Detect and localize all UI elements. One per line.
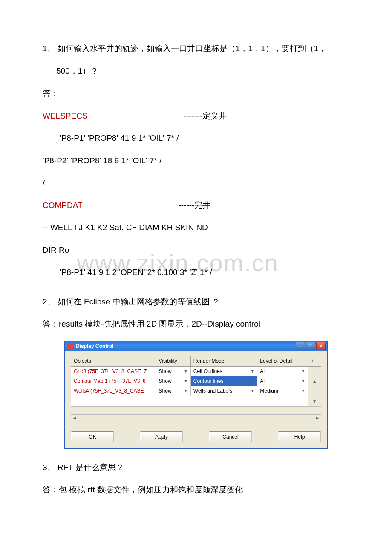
dialog-app-icon [67, 343, 73, 349]
table-row[interactable]: Contour Map 1 (75F_37L_V3_8_ Show▼ Conto… [71, 376, 321, 386]
chevron-down-icon[interactable]: ▼ [250, 387, 254, 394]
q1-answer-label: 答： [43, 87, 349, 100]
apply-button[interactable]: Apply [140, 431, 183, 442]
cell-object[interactable]: Grid3 (75F_37L_V3_8_CASE_Z [71, 366, 156, 376]
q3-question: 3、 RFT 是什么意思？ [43, 462, 349, 474]
maximize-button[interactable]: □ [306, 342, 315, 350]
chevron-down-icon[interactable]: ▼ [184, 387, 188, 394]
chevron-down-icon[interactable]: ▼ [250, 378, 254, 384]
cancel-button[interactable]: Cancel [209, 431, 252, 442]
cell-visibility[interactable]: Show▼ [156, 376, 190, 386]
table-row[interactable]: Wells4 (75F_37L_V3_8_CASE Show▼ Wells an… [71, 386, 321, 396]
help-button[interactable]: Help [278, 431, 321, 442]
chevron-down-icon[interactable]: ▼ [301, 368, 306, 374]
chevron-down-icon[interactable]: ▼ [250, 368, 254, 374]
welspecs-row1: 'P8-P1' 'PROP8' 41 9 1* 'OIL' 7* / [43, 132, 349, 145]
q1-line1: 1、 如何输入水平井的轨迹，如输入一口井口坐标是（1，1，1），要打到（1， [43, 43, 349, 55]
cell-lod[interactable]: All▼ [257, 376, 308, 386]
welspecs-keyword: WELSPECS [43, 111, 88, 120]
scroll-left-icon[interactable]: ◄ [71, 415, 78, 422]
compdat-keyword: COMPDAT [43, 201, 82, 210]
cell-visibility[interactable]: Show▼ [156, 386, 190, 396]
scroll-down-icon[interactable]: ▼ [308, 396, 321, 406]
welspecs-line: WELSPECS -------定义井 [43, 110, 349, 122]
q1-line2: 500，1）？ [43, 65, 349, 78]
q3-answer: 答：包 模拟 rft 数据文件，例如压力和饱和度随深度变化 [43, 484, 349, 496]
q2-answer: 答：results 模块-先把属性用 2D 图显示，2D--Display co… [43, 318, 349, 330]
welspecs-comment: -------定义井 [184, 110, 227, 122]
cell-lod[interactable]: Medium▼ [257, 386, 308, 396]
col-render-mode[interactable]: Render Mode [193, 358, 225, 364]
compdat-comment: ------完井 [179, 199, 211, 212]
add-column-icon[interactable]: + [311, 358, 314, 364]
horizontal-scrollbar[interactable]: ◄ ► [71, 414, 321, 422]
welspecs-slash: / [43, 177, 349, 189]
vertical-scrollbar[interactable]: ▲ [308, 366, 321, 396]
dialog-title: Display Control [76, 342, 114, 350]
chevron-down-icon[interactable]: ▼ [184, 378, 188, 384]
col-visibility[interactable]: Visibility [159, 358, 177, 364]
cell-render[interactable]: Cell Outlines▼ [190, 366, 257, 376]
q2-question: 2、 如何在 Eclipse 中输出网格参数的等值线图 ？ [43, 296, 349, 308]
chevron-down-icon[interactable]: ▼ [184, 368, 188, 374]
welspecs-row2: 'P8-P2' 'PROP8' 18 6 1* 'OIL' 7* / [43, 155, 349, 167]
cell-object[interactable]: Wells4 (75F_37L_V3_8_CASE [71, 386, 156, 396]
scroll-right-icon[interactable]: ► [314, 415, 321, 422]
chevron-down-icon[interactable]: ▼ [301, 387, 306, 394]
compdat-row1: 'P8-P1' 41 9 1 2 'OPEN' 2* 0.100 3* 'Z' … [43, 266, 349, 279]
document-body: 1、 如何输入水平井的轨迹，如输入一口井口坐标是（1，1，1），要打到（1， 5… [43, 43, 349, 496]
ok-button[interactable]: OK [71, 431, 114, 442]
close-button[interactable]: × [316, 342, 326, 350]
cell-render[interactable]: Wells and Labels▼ [190, 386, 257, 396]
compdat-header2: DIR Ro [43, 244, 349, 257]
compdat-header: -- WELL I J K1 K2 Sat. CF DIAM KH SKIN N… [43, 222, 349, 234]
cell-object[interactable]: Contour Map 1 (75F_37L_V3_8_ [71, 376, 156, 386]
cell-render-selected[interactable]: Contour lines▼ [190, 376, 257, 386]
table-row[interactable]: Grid3 (75F_37L_V3_8_CASE_Z Show▼ Cell Ou… [71, 366, 321, 376]
dialog-titlebar[interactable]: Display Control – □ × [65, 341, 327, 351]
chevron-down-icon[interactable]: ▼ [301, 378, 306, 384]
display-grid: Objects Visibility Render Mode Level of … [71, 356, 321, 422]
minimize-button[interactable]: – [296, 342, 305, 350]
compdat-line: COMPDAT ------完井 [43, 199, 349, 212]
display-control-dialog: Display Control – □ × Objects Visibility… [64, 341, 328, 449]
cell-lod[interactable]: All▼ [257, 366, 308, 376]
col-objects[interactable]: Objects [74, 358, 91, 364]
cell-visibility[interactable]: Show▼ [156, 366, 190, 376]
col-level-of-detail[interactable]: Level of Detail [260, 358, 292, 364]
table-row-empty: ▼ [71, 396, 321, 406]
